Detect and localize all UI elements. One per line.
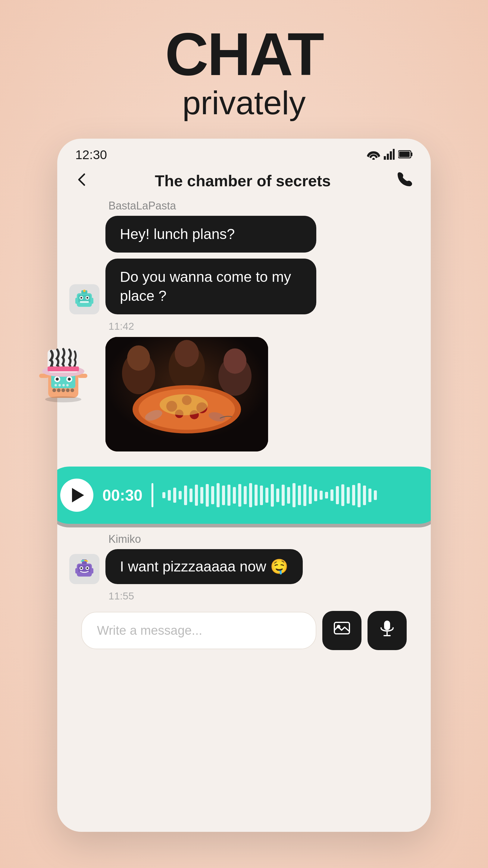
phone-mockup: 12:30 The chamber of secrets: [57, 138, 431, 832]
voice-player[interactable]: 00:30: [57, 467, 431, 524]
bottom-section: Kimiko: [57, 533, 431, 650]
svg-rect-6: [411, 153, 412, 156]
wave-bar: [249, 483, 252, 507]
message-input[interactable]: Write a message...: [82, 612, 316, 649]
wave-bar: [184, 486, 187, 505]
wave-bar: [162, 492, 165, 498]
wave-bar: [336, 486, 339, 504]
svg-point-13: [87, 297, 88, 299]
svg-point-16: [83, 290, 86, 292]
wave-bar: [190, 489, 193, 502]
avatar-bastala: [69, 284, 99, 314]
wave-bar: [363, 486, 366, 505]
svg-rect-3: [390, 151, 392, 160]
status-icons: [367, 149, 413, 161]
wave-bar: [325, 492, 328, 498]
wave-bar: [352, 485, 355, 505]
wave-bar: [244, 486, 247, 504]
top-nav: The chamber of secrets: [57, 165, 431, 199]
phone-call-icon[interactable]: [397, 171, 413, 190]
svg-point-24: [175, 340, 199, 367]
wave-bar: [314, 489, 317, 501]
wave-bar: [293, 483, 295, 507]
back-button[interactable]: [75, 172, 89, 190]
mic-button[interactable]: [367, 611, 407, 650]
kimiko-bubble-text: I want pizzzaaaaa now 🤤: [105, 549, 303, 584]
svg-point-60: [55, 384, 57, 386]
svg-point-66: [53, 389, 56, 392]
wave-bar: [195, 485, 198, 506]
wave-bar: [330, 490, 333, 501]
svg-point-22: [127, 345, 150, 371]
pizza-placeholder: [105, 337, 268, 452]
phone-wrapper: 12:30 The chamber of secrets: [57, 138, 431, 868]
wave-bar: [358, 483, 361, 507]
svg-point-62: [62, 384, 65, 386]
svg-rect-48: [91, 568, 93, 574]
svg-point-70: [70, 389, 74, 392]
wave-bar: [298, 486, 301, 505]
wave-bar: [374, 490, 377, 500]
svg-point-59: [68, 378, 71, 381]
wave-bar: [276, 489, 279, 502]
svg-rect-14: [80, 301, 89, 303]
svg-point-34: [160, 394, 208, 415]
message-bubble-1: Hey! lunch plans?: [105, 216, 419, 253]
waveform: [162, 483, 428, 507]
svg-rect-1: [384, 156, 386, 160]
svg-point-67: [57, 389, 61, 392]
svg-point-42: [87, 567, 88, 569]
pizza-image: [105, 337, 268, 452]
wave-bar: [173, 488, 176, 503]
wave-bar: [271, 484, 274, 507]
svg-rect-17: [75, 298, 78, 304]
svg-point-74: [45, 396, 82, 402]
svg-rect-51: [384, 621, 390, 630]
avatar-kimiko: [69, 554, 99, 584]
svg-rect-2: [387, 154, 389, 160]
wave-bar: [222, 486, 225, 505]
voice-divider: [152, 483, 153, 507]
wave-bar: [282, 485, 285, 506]
wave-bar: [217, 483, 220, 507]
header-title-privately: privately: [0, 84, 488, 121]
chat-title: The chamber of secrets: [155, 172, 331, 190]
svg-rect-18: [91, 298, 93, 304]
svg-rect-4: [393, 149, 395, 160]
kimiko-timestamp: 11:55: [108, 590, 419, 602]
svg-point-63: [66, 384, 69, 386]
svg-point-68: [61, 389, 65, 392]
header-area: CHAT privately: [0, 0, 488, 133]
bubble-text-2: Do you wanna come to my place ?: [105, 258, 316, 314]
header-title-chat: CHAT: [0, 24, 488, 84]
image-button[interactable]: [322, 611, 361, 650]
wave-bar: [320, 491, 323, 500]
timestamp-1142: 11:42: [108, 320, 419, 332]
input-area: Write a message...: [69, 611, 419, 650]
wave-bar: [303, 484, 306, 506]
play-button[interactable]: [60, 478, 93, 512]
wave-bar: [368, 489, 371, 502]
wave-bar: [227, 485, 230, 506]
wave-bar: [211, 486, 214, 504]
voice-time: 00:30: [102, 486, 142, 504]
wave-bar: [341, 484, 344, 506]
chat-area: BastaLaPasta Hey! lunch plans?: [57, 199, 431, 458]
wave-bar: [260, 486, 263, 505]
kimiko-message-row: I want pizzzaaaaa now 🤤: [69, 549, 419, 584]
status-bar: 12:30: [57, 138, 431, 165]
wave-bar: [168, 490, 171, 501]
play-icon: [72, 488, 84, 502]
svg-rect-47: [75, 568, 78, 574]
bubble-text-1: Hey! lunch plans?: [105, 216, 316, 253]
svg-point-69: [66, 389, 70, 392]
svg-point-58: [56, 378, 59, 381]
svg-point-61: [59, 384, 61, 386]
battery-icon: [398, 150, 413, 160]
wave-bar: [206, 484, 209, 507]
wave-bar: [287, 487, 290, 504]
mic-icon: [379, 620, 395, 641]
wave-bar: [347, 487, 350, 504]
svg-point-26: [224, 348, 247, 374]
image-icon: [333, 620, 351, 641]
